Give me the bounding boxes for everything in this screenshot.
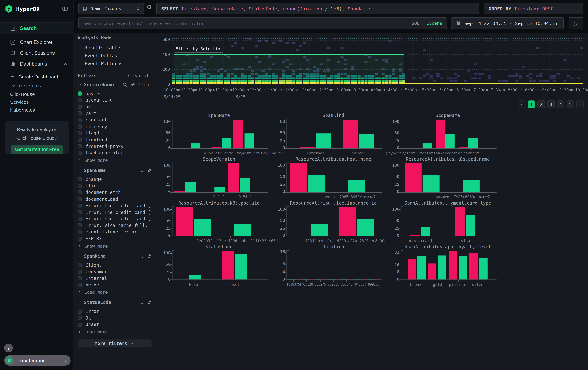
bar[interactable] — [339, 207, 356, 236]
checkbox[interactable] — [78, 322, 82, 327]
filter-option-click[interactable]: click — [78, 183, 151, 189]
bar[interactable] — [463, 180, 480, 192]
date-range-picker[interactable]: Sep 14 22:04:35 - Sep 15 10:04:35 — [451, 17, 564, 29]
search-icon[interactable] — [139, 254, 144, 259]
sidebar-collapse-icon[interactable] — [62, 6, 68, 11]
sidebar-item-client-sessions[interactable]: Client Sessions — [0, 48, 74, 58]
filter-option-documentFetch[interactable]: documentFetch — [78, 189, 151, 196]
filter-option-Consumer[interactable]: Consumer — [78, 269, 151, 275]
filter-option-Unset[interactable]: Unset — [78, 321, 151, 328]
bar[interactable] — [174, 191, 184, 192]
user-menu[interactable]: U Local mode › — [4, 355, 71, 366]
filter-option-accounting[interactable]: accounting — [78, 97, 151, 103]
page-prev-button[interactable]: ‹ — [518, 100, 525, 108]
run-query-button[interactable]: ▷ — [568, 17, 584, 29]
pin-icon[interactable] — [147, 168, 151, 173]
lucene-mode-toggle[interactable]: Lucene — [427, 20, 442, 26]
bar[interactable] — [428, 263, 437, 280]
filter-option-Ok[interactable]: Ok — [78, 315, 151, 321]
bar[interactable] — [315, 133, 331, 148]
presets-toggle[interactable]: PRESETS — [0, 82, 74, 90]
clear-all-button[interactable]: Clear all — [128, 73, 151, 78]
bar[interactable] — [235, 254, 247, 280]
bar[interactable] — [445, 134, 454, 148]
bar[interactable] — [191, 144, 200, 148]
bar[interactable] — [308, 175, 325, 192]
checkbox[interactable] — [78, 138, 82, 142]
filter-option-checkout[interactable]: checkout — [78, 117, 151, 123]
sidebar-item-dashboards[interactable]: Dashboards — [0, 59, 74, 69]
bar[interactable] — [455, 207, 465, 236]
chevron-down-icon[interactable] — [78, 169, 81, 172]
filter-option-eventListener.error[interactable]: eventListener.error — [78, 229, 151, 235]
bar[interactable] — [311, 224, 328, 236]
filter-option-documentLoad[interactable]: documentLoad — [78, 196, 151, 202]
logo[interactable]: HyperDX — [5, 4, 40, 13]
bar[interactable] — [233, 120, 242, 148]
more-filters-button[interactable]: More filters — [78, 340, 151, 347]
checkbox[interactable] — [78, 125, 82, 129]
checkbox[interactable] — [78, 263, 82, 267]
get-started-button[interactable]: Get Started for Free — [11, 145, 63, 154]
selection-box[interactable] — [174, 54, 404, 78]
checkbox[interactable] — [78, 230, 82, 234]
checkbox[interactable] — [78, 210, 82, 214]
filter-option-Error[interactable]: Error — [78, 308, 151, 315]
bar[interactable] — [420, 227, 430, 236]
bar[interactable] — [479, 258, 488, 280]
bar[interactable] — [438, 256, 446, 280]
sql-select-editor[interactable]: SELECT Timestamp, ServiceName, StatusCod… — [156, 3, 479, 14]
filter-option-frontend-proxy[interactable]: frontend-proxy — [78, 143, 151, 150]
analysis-mode-event-deltas[interactable]: Event Deltas — [78, 52, 151, 60]
checkbox[interactable] — [78, 131, 82, 135]
checkbox[interactable] — [78, 237, 82, 241]
checkbox[interactable] — [78, 316, 82, 320]
analysis-mode-results-table[interactable]: Results Table — [78, 44, 151, 52]
bar[interactable] — [449, 251, 457, 280]
bar[interactable] — [234, 224, 251, 236]
filter-option-Error-The-credit-card-[interactable]: Error: The credit card (… — [78, 202, 151, 209]
bar[interactable] — [469, 253, 478, 280]
gear-icon[interactable]: ⚙ — [147, 4, 152, 10]
checkbox[interactable] — [78, 177, 82, 181]
sidebar-item-kubernetes[interactable]: Kubernetes — [0, 106, 74, 114]
bar[interactable] — [348, 180, 365, 192]
bar[interactable] — [357, 219, 374, 236]
page-button-3[interactable]: 3 — [547, 100, 555, 108]
chevron-down-icon[interactable] — [78, 254, 81, 258]
pin-icon[interactable] — [147, 300, 151, 305]
filter-option-currency[interactable]: currency — [78, 123, 151, 130]
filter-option-frontend[interactable]: frontend — [78, 136, 151, 143]
bar[interactable] — [459, 256, 467, 280]
page-button-4[interactable]: 4 — [557, 100, 565, 108]
filter-option-Error-The-credit-card-[interactable]: Error: The credit card (… — [78, 216, 151, 222]
checkbox[interactable] — [78, 151, 82, 155]
filter-option-EXPIRE[interactable]: EXPIRE — [78, 235, 151, 242]
order-by-editor[interactable]: ORDER BY Timestamp DESC — [484, 3, 584, 14]
bar[interactable] — [228, 163, 239, 192]
filter-option-flagd[interactable]: flagd — [78, 130, 151, 136]
show-more-button[interactable]: Show more — [78, 243, 151, 250]
chevron-down-icon[interactable] — [78, 83, 81, 87]
show-more-button[interactable]: Show more — [78, 157, 151, 164]
load-more-button[interactable]: Load more — [78, 329, 151, 335]
bar[interactable] — [408, 259, 416, 280]
help-button[interactable]: ? — [4, 344, 13, 352]
bar[interactable] — [222, 138, 231, 148]
checkbox[interactable] — [78, 223, 82, 228]
checkbox[interactable] — [78, 144, 82, 149]
bar[interactable] — [244, 133, 253, 148]
bar[interactable] — [422, 144, 432, 148]
checkbox[interactable] — [78, 217, 82, 221]
filter-option-Server[interactable]: Server — [78, 282, 151, 288]
sidebar-item-chart-explorer[interactable]: Chart Explorer — [0, 37, 74, 47]
filter-option-cart[interactable]: cart — [78, 110, 151, 117]
source-select[interactable]: Demo Traces — [78, 3, 144, 14]
filter-option-load-generator[interactable]: load-generator — [78, 150, 151, 156]
bar[interactable] — [410, 235, 420, 236]
load-more-button[interactable]: Load more — [78, 289, 151, 296]
search-icon[interactable] — [139, 300, 144, 305]
sql-mode-toggle[interactable]: SQL — [412, 20, 420, 26]
analysis-mode-event-patterns[interactable]: Event Patterns — [78, 60, 151, 68]
checkbox[interactable]: ✓ — [78, 91, 82, 96]
